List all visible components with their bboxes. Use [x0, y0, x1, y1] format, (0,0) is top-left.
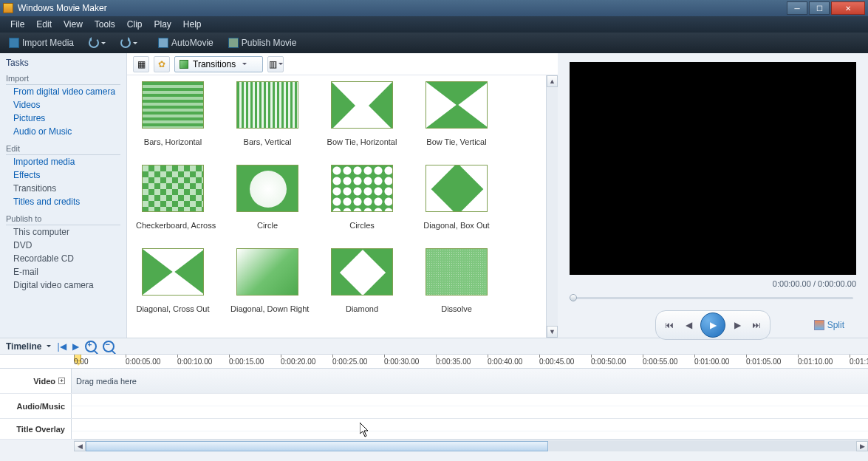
- transition-item[interactable]: Dissolve: [420, 248, 493, 314]
- transition-label: Circles: [325, 221, 399, 230]
- transition-item[interactable]: Circles: [325, 165, 399, 230]
- transition-label: Bow Tie, Horizontal: [325, 137, 399, 146]
- title-overlay-track[interactable]: [71, 419, 868, 439]
- transition-item[interactable]: Bow Tie, Vertical: [420, 81, 493, 147]
- transition-item[interactable]: Diagonal, Down Right: [230, 248, 304, 314]
- undo-icon: [89, 38, 99, 48]
- track-title-label: Title Overlay: [16, 425, 65, 434]
- automovie-button[interactable]: AutoMovie: [154, 36, 218, 49]
- transition-item[interactable]: Circle: [230, 165, 304, 230]
- transition-item[interactable]: Checkerboard, Across: [136, 165, 210, 230]
- ruler-tick: 0:00:20.00: [281, 358, 332, 366]
- transition-label: Bars, Vertical: [230, 137, 304, 146]
- timeline-view-dropdown[interactable]: Timeline: [6, 341, 51, 352]
- next-frame-button[interactable]: ⏭: [749, 318, 764, 332]
- track-video-label: Video: [33, 377, 55, 386]
- publish-camera[interactable]: Digital video camera: [6, 279, 120, 292]
- scroll-down-button[interactable]: ▼: [547, 326, 558, 338]
- publish-this-computer[interactable]: This computer: [6, 225, 120, 239]
- seek-handle[interactable]: [570, 294, 577, 301]
- view-options-button[interactable]: ▥: [267, 56, 284, 72]
- menu-view[interactable]: View: [58, 18, 89, 31]
- task-videos[interactable]: Videos: [6, 98, 120, 112]
- task-effects[interactable]: Effects: [6, 168, 120, 182]
- location-label: Transitions: [193, 59, 236, 69]
- task-titles-credits[interactable]: Titles and credits: [6, 195, 120, 208]
- task-transitions[interactable]: Transitions: [6, 182, 120, 195]
- undo-button[interactable]: [84, 36, 110, 49]
- transition-item[interactable]: Diagonal, Box Out: [420, 165, 493, 230]
- video-track[interactable]: Drag media here: [71, 369, 868, 393]
- task-pictures[interactable]: Pictures: [6, 112, 120, 125]
- transition-thumb: [236, 165, 298, 212]
- publish-cd[interactable]: Recordable CD: [6, 252, 120, 265]
- scroll-up-button[interactable]: ▲: [547, 75, 558, 87]
- close-button[interactable]: ✕: [831, 1, 865, 15]
- play-button[interactable]: ▶: [700, 313, 725, 338]
- automovie-label: AutoMovie: [171, 38, 213, 48]
- ruler-tick: 0:00:50.00: [591, 358, 643, 366]
- task-from-camera[interactable]: From digital video camera: [6, 85, 120, 98]
- transition-item[interactable]: Bars, Horizontal: [136, 81, 210, 147]
- transition-label: Diagonal, Box Out: [420, 221, 493, 230]
- task-audio[interactable]: Audio or Music: [6, 125, 120, 138]
- ruler-tick: 0.00: [74, 358, 126, 366]
- hscroll-left-button[interactable]: ◀: [74, 441, 86, 451]
- transition-item[interactable]: Diagonal, Cross Out: [136, 248, 210, 314]
- transition-label: Diagonal, Cross Out: [136, 304, 210, 313]
- transition-thumb: [142, 165, 204, 212]
- new-folder-button[interactable]: ✿: [154, 56, 170, 72]
- publish-dvd[interactable]: DVD: [6, 239, 120, 252]
- menu-play[interactable]: Play: [148, 18, 177, 31]
- transition-thumb: [331, 165, 393, 212]
- timeline-ruler[interactable]: 0.000:00:05.000:00:10.000:00:15.000:00:2…: [0, 354, 868, 369]
- menu-tools[interactable]: Tools: [89, 18, 121, 31]
- chevron-down-icon: [278, 63, 283, 67]
- menu-edit[interactable]: Edit: [30, 18, 58, 31]
- split-button[interactable]: Split: [814, 320, 844, 330]
- transition-item[interactable]: Diamond: [325, 248, 399, 314]
- transition-item[interactable]: Bars, Vertical: [230, 81, 304, 147]
- zoom-out-button[interactable]: [103, 341, 115, 352]
- view-thumbnails-button[interactable]: ▦: [133, 56, 149, 72]
- transition-label: Bow Tie, Vertical: [420, 137, 493, 146]
- step-back-button[interactable]: ◀: [681, 318, 696, 332]
- step-forward-button[interactable]: ▶: [730, 318, 745, 332]
- menu-help[interactable]: Help: [177, 18, 208, 31]
- hscroll-thumb[interactable]: [86, 441, 548, 451]
- zoom-in-button[interactable]: [85, 341, 97, 352]
- ruler-tick: 0:00:35.00: [436, 358, 488, 366]
- transition-label: Checkerboard, Across: [136, 221, 210, 230]
- timeline-label: Timeline: [6, 341, 41, 352]
- gallery-scrollbar[interactable]: ▲ ▼: [546, 75, 558, 338]
- rewind-button[interactable]: |◀: [57, 341, 66, 352]
- menu-file[interactable]: File: [4, 18, 30, 31]
- split-icon: [814, 320, 824, 330]
- expand-video-button[interactable]: +: [58, 378, 65, 384]
- publish-email[interactable]: E-mail: [6, 265, 120, 279]
- transition-item[interactable]: Bow Tie, Horizontal: [325, 81, 399, 147]
- hscroll-right-button[interactable]: ▶: [856, 441, 868, 451]
- transition-label: Dissolve: [420, 304, 493, 313]
- maximize-button[interactable]: ☐: [809, 1, 830, 15]
- redo-button[interactable]: [116, 36, 142, 49]
- prev-frame-button[interactable]: ⏮: [662, 318, 677, 332]
- preview-monitor[interactable]: [570, 62, 856, 275]
- publish-icon: [228, 38, 239, 48]
- timeline-hscrollbar[interactable]: ◀ ▶: [74, 440, 868, 451]
- section-import: Import: [6, 74, 120, 85]
- publish-movie-button[interactable]: Publish Movie: [224, 36, 301, 49]
- audio-track[interactable]: [71, 394, 868, 418]
- collection-toolbar: ▦ ✿ Transitions ▥: [127, 53, 558, 75]
- transitions-icon: [180, 60, 188, 69]
- seek-bar[interactable]: [570, 293, 856, 303]
- import-media-button[interactable]: Import Media: [4, 36, 78, 49]
- ruler-tick: 0:00:30.00: [384, 358, 436, 366]
- title-bar[interactable]: Windows Movie Maker ─ ☐ ✕: [0, 0, 868, 16]
- task-imported-media[interactable]: Imported media: [6, 155, 120, 168]
- ruler-tick: 0:00:15.00: [229, 358, 281, 366]
- menu-clip[interactable]: Clip: [121, 18, 148, 31]
- tl-play-button[interactable]: ▶: [72, 341, 79, 352]
- location-dropdown[interactable]: Transitions: [174, 56, 263, 72]
- minimize-button[interactable]: ─: [787, 1, 807, 15]
